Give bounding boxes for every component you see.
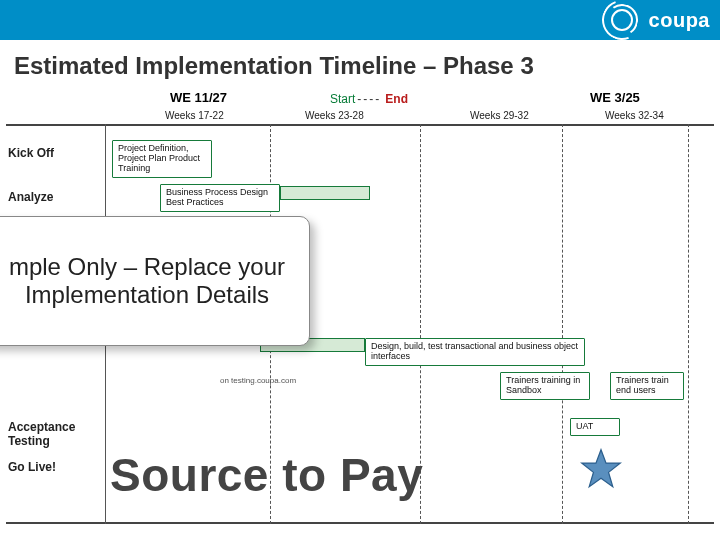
- logo-spinner-icon: [611, 9, 633, 31]
- mini-caption: on testing.coupa.com: [220, 376, 296, 385]
- sample-overlay: mple Only – Replace your Implementation …: [0, 216, 310, 346]
- end-label: End: [383, 92, 408, 106]
- top-bar: coupa: [0, 0, 720, 40]
- brand-text: coupa: [637, 9, 710, 32]
- go-live-star-icon: [580, 448, 622, 490]
- week-ending-1: WE 11/27: [170, 90, 227, 105]
- week-ending-2: WE 3/25: [590, 90, 640, 105]
- row-kickoff: Kick Off: [8, 146, 100, 160]
- header-rule: [6, 124, 714, 126]
- footer-rule: [6, 522, 714, 524]
- legend-dash: ----: [355, 92, 383, 106]
- start-end-legend: Start----End: [330, 92, 408, 106]
- task-trainers-endusers: Trainers train end users: [610, 372, 684, 400]
- task-project-definition: Project Definition, Project Plan Product…: [112, 140, 212, 178]
- weeks-bucket-2: Weeks 23-28: [305, 110, 364, 121]
- svg-marker-0: [582, 450, 621, 487]
- task-design-build-test: Design, build, test transactional and bu…: [365, 338, 585, 366]
- row-analyze: Analyze: [8, 190, 100, 204]
- lane-divider-4: [562, 124, 563, 524]
- weeks-bucket-3: Weeks 29-32: [470, 110, 529, 121]
- brand-mark: coupa: [611, 0, 710, 40]
- lane-divider-5: [688, 124, 689, 524]
- bar-business-process-design: [280, 186, 370, 200]
- task-business-process-design: Business Process Design Best Practices: [160, 184, 280, 212]
- page-title: Estimated Implementation Timeline – Phas…: [0, 40, 720, 88]
- task-uat: UAT: [570, 418, 620, 436]
- timeline-chart: WE 11/27 WE 3/25 Start----End Weeks 17-2…: [0, 88, 720, 528]
- row-acceptance: Acceptance Testing: [8, 420, 100, 448]
- start-label: Start: [330, 92, 355, 106]
- weeks-bucket-1: Weeks 17-22: [165, 110, 224, 121]
- source-to-pay-banner: Source to Pay: [110, 448, 423, 502]
- row-golive: Go Live!: [8, 460, 100, 474]
- task-trainers-sandbox: Trainers training in Sandbox: [500, 372, 590, 400]
- weeks-bucket-4: Weeks 32-34: [605, 110, 664, 121]
